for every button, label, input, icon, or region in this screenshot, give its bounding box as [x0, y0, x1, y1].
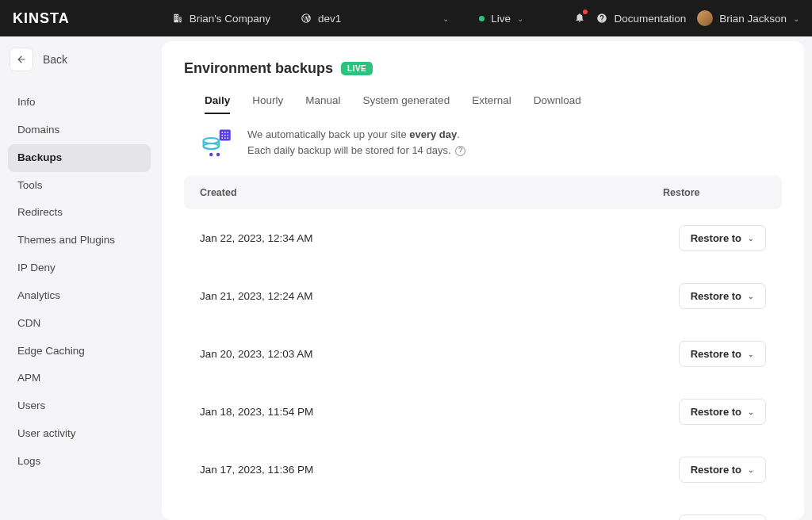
- chevron-down-icon: ⌄: [748, 466, 754, 474]
- restore-to-button[interactable]: Restore to ⌄: [679, 399, 766, 425]
- env-selector[interactable]: dev1 ⌄: [301, 13, 449, 25]
- table-row: Jan 16, 2023, 11:19 PMRestore to ⌄: [184, 499, 782, 520]
- info-line1-a: We automatically back up your site: [247, 128, 409, 140]
- restore-to-button[interactable]: Restore to ⌄: [679, 514, 766, 520]
- tab-daily[interactable]: Daily: [205, 94, 230, 114]
- sidebar-item-redirects[interactable]: Redirects: [8, 199, 151, 227]
- backup-created: Jan 22, 2023, 12:34 AM: [200, 232, 679, 244]
- restore-to-button[interactable]: Restore to ⌄: [679, 457, 766, 483]
- svg-point-12: [209, 153, 213, 156]
- table-row: Jan 17, 2023, 11:36 PMRestore to ⌄: [184, 441, 782, 499]
- arrow-left-icon: [16, 54, 27, 65]
- table-row: Jan 21, 2023, 12:24 AMRestore to ⌄: [184, 267, 782, 325]
- restore-label: Restore to: [691, 232, 741, 244]
- kinsta-logo: KINSTA: [13, 10, 70, 27]
- table-row: Jan 22, 2023, 12:34 AMRestore to ⌄: [184, 209, 782, 267]
- col-created-header: Created: [200, 187, 663, 198]
- svg-point-3: [227, 132, 228, 133]
- chevron-down-icon: ⌄: [748, 408, 754, 416]
- env-name: dev1: [318, 13, 341, 25]
- info-line2: Each daily backup will be stored for 14 …: [247, 144, 451, 156]
- tab-manual[interactable]: Manual: [305, 94, 340, 114]
- page-title: Environment backups: [184, 60, 333, 77]
- restore-to-button[interactable]: Restore to ⌄: [679, 341, 766, 367]
- notification-dot: [583, 10, 588, 14]
- restore-label: Restore to: [691, 406, 741, 418]
- status-selector[interactable]: Live ⌄: [479, 13, 523, 25]
- topbar: KINSTA Brian's Company dev1 ⌄ Live ⌄ Doc…: [0, 0, 812, 36]
- sidebar-item-apm[interactable]: APM: [8, 365, 151, 392]
- sidebar-item-themes-and-plugins[interactable]: Themes and Plugins: [8, 227, 151, 254]
- svg-point-2: [224, 132, 226, 133]
- sidebar-item-analytics[interactable]: Analytics: [8, 282, 151, 310]
- wordpress-icon: [301, 13, 312, 24]
- company-selector[interactable]: Brian's Company: [172, 13, 270, 25]
- svg-point-9: [227, 137, 228, 139]
- table-row: Jan 18, 2023, 11:54 PMRestore to ⌄: [184, 383, 782, 441]
- backup-table-header: Created Restore: [184, 176, 782, 209]
- content-panel: Environment backups LIVE DailyHourlyManu…: [162, 41, 804, 520]
- sidebar-item-ip-deny[interactable]: IP Deny: [8, 254, 151, 282]
- live-badge: LIVE: [341, 62, 373, 75]
- help-icon: [596, 13, 607, 24]
- backup-database-icon: [201, 127, 235, 160]
- sidebar-item-domains[interactable]: Domains: [8, 117, 151, 144]
- backup-created: Jan 18, 2023, 11:54 PM: [200, 406, 679, 418]
- back-button[interactable]: [10, 48, 33, 71]
- tab-external[interactable]: External: [472, 94, 511, 114]
- backup-tabs: DailyHourlyManualSystem generatedExterna…: [184, 94, 782, 114]
- backup-created: Jan 17, 2023, 11:36 PM: [200, 464, 679, 476]
- sidebar-item-cdn[interactable]: CDN: [8, 310, 151, 338]
- status-label: Live: [491, 13, 511, 25]
- info-line1-b: every day: [409, 128, 457, 140]
- backup-created: Jan 20, 2023, 12:03 AM: [200, 348, 679, 360]
- back-label: Back: [43, 53, 67, 66]
- backup-rows: Jan 22, 2023, 12:34 AMRestore to ⌄Jan 21…: [184, 209, 782, 520]
- restore-label: Restore to: [691, 464, 741, 476]
- sidebar-item-backups[interactable]: Backups: [8, 144, 151, 172]
- sidebar-item-edge-caching[interactable]: Edge Caching: [8, 338, 151, 365]
- svg-point-6: [227, 135, 228, 136]
- restore-to-button[interactable]: Restore to ⌄: [679, 225, 766, 251]
- svg-point-11: [204, 143, 219, 149]
- sidebar-item-user-activity[interactable]: User activity: [8, 420, 151, 448]
- sidebar-item-info[interactable]: Info: [8, 89, 151, 117]
- chevron-down-icon: ⌄: [517, 14, 523, 23]
- chevron-down-icon: ⌄: [748, 350, 754, 358]
- chevron-down-icon: ⌄: [442, 14, 449, 23]
- svg-point-1: [221, 132, 223, 133]
- backup-created: Jan 21, 2023, 12:24 AM: [200, 290, 679, 302]
- documentation-link[interactable]: Documentation: [596, 13, 686, 25]
- sidebar-nav: InfoDomainsBackupsToolsRedirectsThemes a…: [8, 89, 151, 476]
- svg-point-8: [224, 137, 226, 139]
- user-menu[interactable]: Brian Jackson ⌄: [697, 10, 799, 26]
- tab-hourly[interactable]: Hourly: [252, 94, 283, 114]
- sidebar: Back InfoDomainsBackupsToolsRedirectsThe…: [0, 36, 159, 520]
- sidebar-item-logs[interactable]: Logs: [8, 448, 151, 476]
- info-help-icon[interactable]: ?: [455, 146, 465, 156]
- company-name: Brian's Company: [190, 13, 270, 25]
- restore-to-button[interactable]: Restore to ⌄: [679, 283, 766, 309]
- table-row: Jan 20, 2023, 12:03 AMRestore to ⌄: [184, 325, 782, 383]
- info-banner: We automatically back up your site every…: [184, 127, 782, 176]
- svg-point-5: [224, 135, 226, 136]
- sidebar-item-users[interactable]: Users: [8, 392, 151, 420]
- tab-download[interactable]: Download: [534, 94, 581, 114]
- info-line1-c: .: [457, 128, 460, 140]
- user-name: Brian Jackson: [719, 13, 787, 25]
- notifications-button[interactable]: [574, 12, 585, 25]
- restore-label: Restore to: [691, 290, 741, 302]
- chevron-down-icon: ⌄: [748, 292, 754, 300]
- restore-label: Restore to: [691, 348, 741, 360]
- building-icon: [172, 13, 183, 24]
- documentation-label: Documentation: [614, 13, 686, 25]
- svg-point-13: [216, 153, 220, 156]
- chevron-down-icon: ⌄: [793, 14, 799, 23]
- main-container: Back InfoDomainsBackupsToolsRedirectsThe…: [0, 36, 812, 520]
- sidebar-item-tools[interactable]: Tools: [8, 172, 151, 200]
- tab-system-generated[interactable]: System generated: [363, 94, 450, 114]
- col-restore-header: Restore: [663, 187, 766, 198]
- status-dot-icon: [479, 16, 485, 21]
- avatar: [697, 10, 713, 26]
- chevron-down-icon: ⌄: [748, 235, 754, 243]
